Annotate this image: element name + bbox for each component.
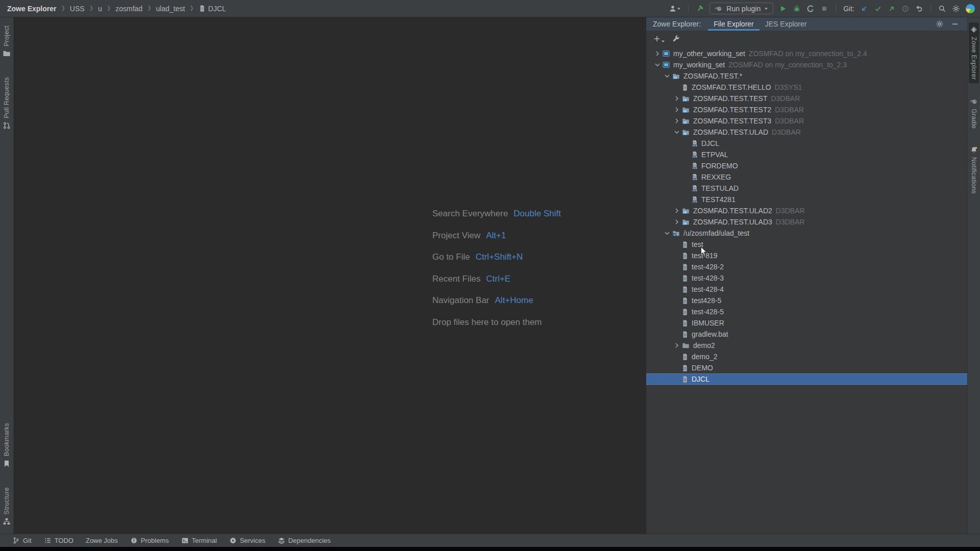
user-avatar[interactable]	[966, 4, 975, 13]
breadcrumb-item[interactable]: u	[98, 5, 102, 13]
tree-row[interactable]: MEMTESTULAD	[646, 183, 967, 194]
tool-stripe-button-gradle[interactable]: Gradle	[969, 94, 979, 132]
chevron-down-icon	[661, 39, 665, 43]
file-icon	[199, 5, 206, 12]
minimize-icon[interactable]	[951, 20, 959, 28]
chevron-down-icon[interactable]	[672, 128, 681, 136]
build-hammer-icon[interactable]	[696, 5, 704, 13]
chevron-down-icon[interactable]	[662, 229, 672, 237]
tree-row[interactable]: MEMREXXEG	[646, 171, 967, 183]
tool-stripe-label: Zowe Explorer	[970, 37, 977, 80]
search-icon[interactable]	[938, 5, 946, 13]
tool-stripe-button-notifications[interactable]: Notifications	[969, 143, 979, 197]
tree-row[interactable]: test-428-4	[646, 284, 967, 295]
add-icon[interactable]	[653, 35, 665, 43]
tool-stripe-button-zowe-explorer[interactable]: ZZowe Explorer	[969, 22, 979, 83]
breadcrumb-item[interactable]: Zowe Explorer	[7, 5, 56, 13]
tree-row[interactable]: test	[646, 239, 967, 250]
right-tool-stripe: ZZowe ExplorerGradleNotifications	[967, 17, 980, 534]
tree-row[interactable]: demo2	[646, 340, 967, 351]
statusbar-item-services[interactable]: Services	[229, 537, 265, 544]
wrench-icon[interactable]	[672, 35, 680, 43]
tree-row[interactable]: DSZOSMFAD.TEST.ULADD3DBAR	[646, 127, 967, 138]
zowe-icon: Z	[970, 26, 978, 34]
undo-icon[interactable]	[915, 5, 923, 13]
tree-item-label: gradlew.bat	[692, 330, 728, 338]
tool-stripe-button-structure[interactable]: Structure	[2, 484, 12, 529]
shortcut-hint-row: Recent FilesCtrl+E	[432, 268, 561, 290]
tree-row[interactable]: DJCL	[646, 373, 967, 385]
tree-row[interactable]: /u/zosmfad/ulad_test	[646, 228, 967, 239]
shortcut-keys: Double Shift	[513, 203, 561, 225]
statusbar-item-problems[interactable]: Problems	[130, 537, 169, 544]
tree-row[interactable]: test-428-2	[646, 261, 967, 272]
tree-row[interactable]: DSZOSMFAD.TEST.ULAD2D3DBAR	[646, 205, 967, 216]
statusbar-item-git[interactable]: Git	[12, 537, 32, 544]
tool-stripe-button-bookmarks[interactable]: Bookmarks	[2, 420, 12, 470]
chevron-right-icon[interactable]	[652, 49, 662, 58]
uss-file-icon	[681, 308, 689, 316]
chevron-right-icon[interactable]	[672, 341, 681, 349]
tree-row[interactable]: ZOSMFAD.TEST.HELLOD3SYS1	[646, 82, 967, 93]
tree-row[interactable]: test428-5	[646, 295, 967, 306]
statusbar-item-zowe-jobs[interactable]: Zowe Jobs	[86, 537, 118, 544]
history-icon[interactable]	[901, 5, 910, 13]
debug-icon[interactable]	[793, 5, 801, 13]
settings-icon[interactable]	[952, 5, 960, 13]
tree-row[interactable]: MEMDJCL	[646, 138, 967, 149]
chevron-down-icon[interactable]	[652, 61, 662, 69]
run-icon[interactable]	[779, 5, 787, 13]
tree-row[interactable]: MEMETPVAL	[646, 149, 967, 160]
gear-icon[interactable]	[936, 20, 944, 28]
chevron-right-icon[interactable]	[672, 207, 681, 215]
tool-stripe-button-project[interactable]: Project	[2, 22, 12, 61]
statusbar-item-todo[interactable]: TODO	[44, 537, 74, 544]
tree-row[interactable]: test-428-3	[646, 272, 967, 284]
tree-row[interactable]: DEMO	[646, 362, 967, 373]
chevron-right-icon[interactable]	[672, 106, 681, 114]
profiler-icon[interactable]	[806, 5, 815, 13]
breadcrumb-label: u	[98, 5, 102, 13]
user-icon[interactable]	[669, 5, 681, 13]
chevron-right-icon[interactable]	[672, 218, 681, 226]
run-configuration-combo[interactable]: Run plugin	[709, 3, 773, 14]
breadcrumb-item[interactable]: DJCL	[199, 5, 226, 13]
tree-row[interactable]: MEMFORDEMO	[646, 160, 967, 171]
svg-text:MEM: MEM	[692, 189, 697, 192]
tree-row[interactable]: DSZOSMFAD.TEST.*	[646, 70, 967, 82]
breadcrumb-item[interactable]: zosmfad	[115, 5, 142, 13]
tool-stripe-label: Gradle	[970, 109, 977, 129]
tree-item-label: TEST4281	[701, 195, 736, 204]
tree-row[interactable]: IBMUSER	[646, 317, 967, 329]
git-update-icon[interactable]	[860, 5, 868, 13]
uss-file-icon	[681, 375, 689, 383]
git-commit-icon[interactable]	[874, 5, 882, 13]
tree-row[interactable]: DSZOSMFAD.TEST.TEST2D3DBAR	[646, 104, 967, 115]
tree-row[interactable]: gradlew.bat	[646, 329, 967, 340]
git-push-icon[interactable]	[888, 5, 896, 13]
tree-row[interactable]: DSZOSMFAD.TEST.ULAD3D3DBAR	[646, 216, 967, 228]
svg-text:DS: DS	[683, 132, 687, 135]
tree-row[interactable]: demo_2	[646, 351, 967, 362]
chevron-down-icon[interactable]	[662, 72, 672, 80]
tree-row[interactable]: my_other_working_setZOSMFAD on my_connec…	[646, 48, 967, 59]
tree-row[interactable]: DSZOSMFAD.TEST.TESTD3DBAR	[646, 93, 967, 104]
breadcrumb-separator: ❯	[107, 5, 111, 11]
statusbar-item-dependencies[interactable]: Dependencies	[278, 537, 331, 544]
tree-row[interactable]: DSZOSMFAD.TEST.TEST3D3DBAR	[646, 115, 967, 127]
tool-stripe-button-pull-requests[interactable]: Pull Requests	[2, 74, 12, 133]
breadcrumb-item[interactable]: USS	[70, 5, 85, 13]
tree-row[interactable]: test-819	[646, 250, 967, 261]
stop-icon[interactable]	[820, 5, 828, 13]
project-folder-icon	[3, 49, 11, 58]
uss-file-icon	[681, 241, 689, 248]
tree-row[interactable]: test-428-5	[646, 306, 967, 317]
chevron-right-icon[interactable]	[672, 94, 681, 103]
tree-row[interactable]: MEMTEST4281	[646, 194, 967, 205]
tab-file-explorer[interactable]: File Explorer	[708, 17, 760, 31]
tab-jes-explorer[interactable]: JES Explorer	[760, 17, 813, 31]
statusbar-item-terminal[interactable]: Terminal	[181, 537, 217, 544]
tree-row[interactable]: my_working_setZOSMFAD on my_connection_t…	[646, 59, 967, 70]
breadcrumb-item[interactable]: ulad_test	[156, 5, 185, 13]
chevron-right-icon[interactable]	[672, 117, 681, 125]
